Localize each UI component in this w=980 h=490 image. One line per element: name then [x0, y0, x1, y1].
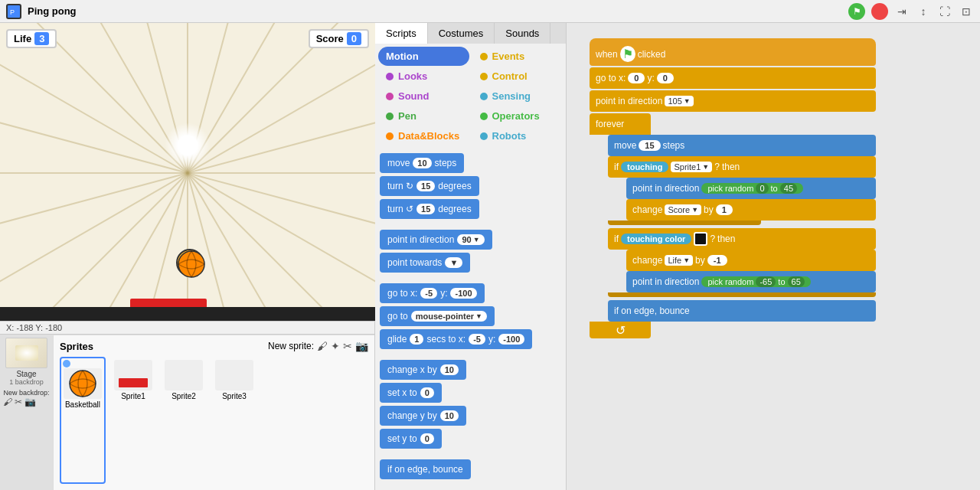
block-turn-cw-label: turn ↻: [387, 181, 413, 191]
sprite-sprite1[interactable]: Sprite1: [110, 357, 156, 484]
category-operators[interactable]: Operators: [472, 106, 564, 126]
goto-x-val[interactable]: 0: [628, 73, 645, 83]
tab-scripts[interactable]: Scripts: [375, 23, 428, 44]
backdrop-paint-icon[interactable]: 🖌: [3, 397, 12, 407]
red-stop-button[interactable]: [871, 3, 888, 20]
if-edge-bounce-block[interactable]: if on edge, bounce: [608, 300, 876, 322]
expand-icon[interactable]: ⛶: [937, 4, 952, 19]
block-glide-x[interactable]: -5: [469, 334, 485, 345]
color-swatch[interactable]: [694, 232, 707, 246]
stage-hud: Life 3 Score 0: [6, 29, 369, 48]
script-area: when ⚑ clicked go to x: 0 y: 0 point in …: [567, 23, 980, 490]
block-set-x[interactable]: set x to 0: [380, 383, 442, 403]
point-dir-val[interactable]: 105▼: [665, 96, 693, 106]
category-data[interactable]: Data&Blocks: [378, 126, 469, 145]
block-point-towards-label: point towards: [387, 257, 442, 268]
category-robots[interactable]: Robots: [472, 126, 564, 145]
if-touching-color-block[interactable]: if touching color ? then: [608, 228, 876, 250]
sprite1-arrow: ▼: [702, 163, 709, 171]
green-flag-button[interactable]: ⚑: [848, 3, 865, 20]
if-block-bottom-1: [608, 220, 761, 225]
backdrop-scissors-icon[interactable]: ✂: [15, 397, 22, 407]
block-change-y[interactable]: change y by 10: [380, 406, 466, 426]
block-turn-ccw-input[interactable]: 15: [416, 204, 435, 214]
stage-backdrop-count: 1 backdrop: [9, 378, 44, 386]
block-glide[interactable]: glide 1 secs to x: -5 y: -100: [380, 329, 532, 349]
camera-sprite-btn[interactable]: 📷: [355, 340, 368, 352]
category-motion[interactable]: Motion: [378, 47, 469, 66]
block-move-input[interactable]: 10: [413, 158, 431, 168]
block-change-y-input[interactable]: 10: [440, 410, 459, 421]
sprites-label: Sprites: [60, 341, 93, 352]
operators-dot: [480, 113, 488, 120]
layout-icon[interactable]: ⇥: [894, 4, 910, 19]
category-events[interactable]: Events: [472, 47, 564, 66]
life-arrow: ▼: [683, 256, 690, 264]
block-set-x-input[interactable]: 0: [420, 387, 434, 398]
score-by-val[interactable]: 1: [716, 204, 733, 215]
control-dot: [480, 73, 488, 80]
fullscreen-icon[interactable]: ↕: [916, 4, 931, 19]
sprite-basketball[interactable]: Basketball: [60, 357, 106, 484]
block-goto-y-input[interactable]: -100: [450, 288, 476, 299]
point-direction-block[interactable]: point in direction 105▼: [590, 90, 876, 112]
forever-rotate-icon: ↺: [616, 323, 626, 338]
sprite-sprite1-img: [114, 360, 152, 390]
tab-sounds[interactable]: Sounds: [495, 23, 550, 44]
sprite-sprite2[interactable]: Sprite2: [161, 357, 207, 484]
block-if-edge-bounce[interactable]: if on edge, bounce: [380, 459, 471, 479]
category-pen[interactable]: Pen: [378, 106, 469, 126]
block-set-y-input[interactable]: 0: [420, 433, 434, 444]
block-point-direction[interactable]: point in direction 90 ▼: [380, 230, 492, 250]
scissors-sprite-btn[interactable]: ✂: [343, 340, 352, 352]
block-turn-cw-input[interactable]: 15: [416, 181, 435, 191]
forever-header[interactable]: forever: [590, 113, 651, 135]
block-change-x-input[interactable]: 10: [440, 364, 459, 375]
block-goto-pointer[interactable]: go to mouse-pointer ▼: [380, 306, 495, 326]
block-change-x-label: change x by: [387, 364, 437, 375]
category-data-label: Data&Blocks: [398, 130, 459, 142]
tab-costumes[interactable]: Costumes: [428, 23, 495, 44]
category-sensing[interactable]: Sensing: [472, 87, 564, 106]
category-looks[interactable]: Looks: [378, 67, 469, 86]
if-touching-sprite1-block[interactable]: if touching Sprite1▼ ? then: [608, 156, 876, 178]
goto-xy-block[interactable]: go to x: 0 y: 0: [590, 67, 876, 89]
backdrop-camera-icon[interactable]: 📷: [24, 397, 36, 407]
score-dropdown[interactable]: Score▼: [665, 204, 701, 215]
category-control[interactable]: Control: [472, 67, 564, 86]
life-dropdown[interactable]: Life▼: [665, 255, 693, 266]
block-goto-xy[interactable]: go to x: -5 y: -100: [380, 283, 485, 303]
category-sound[interactable]: Sound: [378, 87, 469, 106]
when-clicked-block[interactable]: when ⚑ clicked: [590, 38, 876, 66]
point-random-1-block[interactable]: point in direction pick random 0 to 45: [626, 178, 876, 199]
block-goto-dropdown[interactable]: mouse-pointer ▼: [411, 311, 487, 322]
point-random-2-block[interactable]: point in direction pick random -65 to 65: [626, 271, 876, 292]
block-set-y-label: set y to: [387, 433, 417, 444]
change-life-block[interactable]: change Life▼ by -1: [626, 250, 876, 271]
star-sprite-btn[interactable]: ✦: [331, 340, 340, 352]
stage-thumbnail[interactable]: [5, 338, 47, 368]
block-point-towards[interactable]: point towards ▼: [380, 253, 470, 273]
move-steps-block[interactable]: move 15 steps: [608, 135, 876, 156]
block-move[interactable]: move 10 steps: [380, 153, 464, 173]
category-pen-label: Pen: [398, 110, 416, 122]
paint-sprite-btn[interactable]: 🖌: [317, 340, 328, 352]
pick-random-1: pick random 0 to 45: [701, 183, 803, 194]
block-goto-x-input[interactable]: -5: [420, 288, 437, 299]
block-point-direction-input[interactable]: 90 ▼: [457, 234, 484, 245]
block-glide-y[interactable]: -100: [498, 334, 524, 345]
block-point-towards-dropdown[interactable]: ▼: [445, 257, 462, 268]
block-turn-cw[interactable]: turn ↻ 15 degrees: [380, 176, 479, 196]
life-by-val[interactable]: -1: [707, 255, 727, 266]
sprite1-dropdown[interactable]: Sprite1▼: [671, 162, 712, 172]
sprite-sprite3[interactable]: Sprite3: [211, 357, 257, 484]
block-glide-secs[interactable]: 1: [410, 334, 423, 345]
shrink-icon[interactable]: ⊡: [959, 4, 974, 19]
new-sprite-controls: New sprite: 🖌 ✦ ✂ 📷: [268, 340, 368, 352]
move-val[interactable]: 15: [639, 140, 660, 151]
goto-y-val[interactable]: 0: [657, 73, 674, 83]
block-turn-ccw[interactable]: turn ↺ 15 degrees: [380, 199, 479, 219]
block-set-y[interactable]: set y to 0: [380, 429, 442, 449]
change-score-block[interactable]: change Score▼ by 1: [626, 199, 876, 220]
block-change-x[interactable]: change x by 10: [380, 360, 466, 380]
